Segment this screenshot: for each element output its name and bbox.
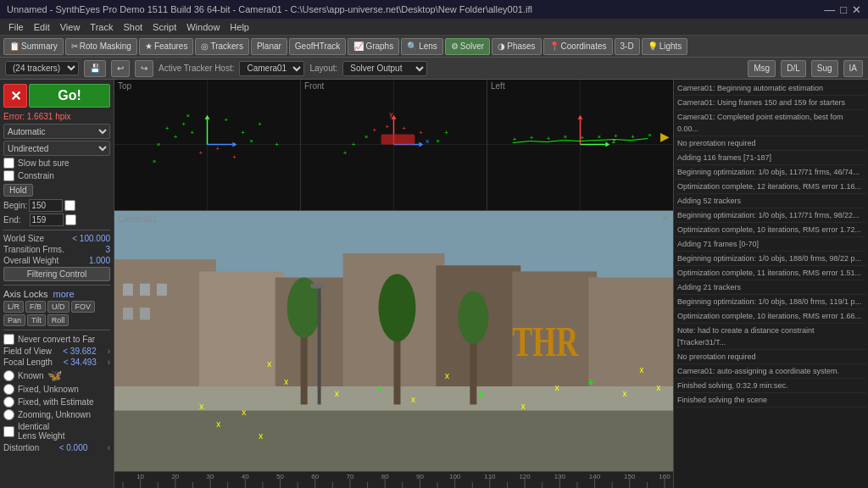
fixed-unknown-radio[interactable] bbox=[3, 384, 14, 395]
svg-text:×: × bbox=[444, 369, 449, 383]
svg-text:+: + bbox=[547, 135, 551, 142]
svg-text:×: × bbox=[639, 363, 644, 377]
svg-point-72 bbox=[379, 274, 416, 341]
menu-file[interactable]: File bbox=[3, 22, 29, 32]
distortion-label: Distortion bbox=[3, 443, 39, 452]
tab-geofhtrack[interactable]: GeofHTrack bbox=[289, 38, 347, 55]
tab-graphs[interactable]: 📈 Graphs bbox=[348, 38, 399, 55]
lr-button[interactable]: L/R bbox=[3, 301, 24, 313]
viewport-front-label: Front bbox=[304, 81, 324, 91]
svg-text:130: 130 bbox=[554, 473, 566, 480]
titlebar-controls: — □ ✕ bbox=[824, 3, 861, 16]
viewport-left-canvas: + + + × + × + + × z ▶ bbox=[487, 80, 673, 210]
svg-rect-76 bbox=[311, 284, 325, 289]
log-line-12: Beginning optimization: 1/0 objs, 188/0 … bbox=[676, 252, 866, 266]
viewport-left[interactable]: Left + + + × + × + bbox=[487, 80, 673, 210]
svg-text:×: × bbox=[199, 400, 204, 413]
tilt-button[interactable]: Tilt bbox=[27, 314, 46, 326]
msg-button[interactable]: Msg bbox=[748, 60, 776, 77]
tab-trackers[interactable]: ◎ Trackers bbox=[195, 38, 249, 55]
menu-script[interactable]: Script bbox=[147, 22, 181, 32]
menu-help[interactable]: Help bbox=[225, 22, 254, 32]
active-tracker-select[interactable]: Camera01 bbox=[239, 61, 304, 76]
menu-window[interactable]: Window bbox=[181, 22, 225, 32]
tab-features[interactable]: ★ Features bbox=[139, 38, 193, 55]
constrain-label: Constrain bbox=[18, 171, 54, 180]
ud-button[interactable]: U/D bbox=[47, 301, 70, 313]
menu-view[interactable]: View bbox=[55, 22, 86, 32]
hold-button[interactable]: Hold bbox=[3, 184, 33, 197]
begin-checkbox[interactable] bbox=[64, 200, 75, 211]
titlebar-left: Unnamed - SynthEyes Pro Demo 1511 Build … bbox=[7, 4, 532, 14]
menu-shot[interactable]: Shot bbox=[118, 22, 147, 32]
viewport-close-button[interactable]: ✕ bbox=[661, 213, 670, 225]
minimize-button[interactable]: — bbox=[824, 3, 835, 16]
tab-lights[interactable]: 💡 Lights bbox=[642, 38, 688, 55]
slow-but-sure-checkbox[interactable] bbox=[3, 158, 14, 169]
svg-text:×: × bbox=[364, 133, 369, 141]
svg-text:×: × bbox=[436, 137, 440, 145]
svg-text:×: × bbox=[267, 358, 272, 371]
zooming-unknown-radio[interactable] bbox=[3, 409, 14, 420]
undo-button[interactable]: ↩ bbox=[111, 60, 130, 77]
viewport-front[interactable]: Front + + + + × + × bbox=[301, 80, 487, 210]
fb-button[interactable]: F/B bbox=[25, 301, 46, 313]
tab-summary[interactable]: 📋 Summary bbox=[3, 38, 64, 55]
tab-3d[interactable]: 3-D bbox=[615, 38, 640, 55]
tab-roto-masking[interactable]: ✂ Roto Masking bbox=[65, 38, 137, 55]
fixed-estimate-radio[interactable] bbox=[3, 396, 14, 408]
tracker-count-select[interactable]: (24 trackers) bbox=[5, 61, 79, 75]
main-viewport[interactable]: THR × × × + × × + × × + × × × × × × × × bbox=[114, 211, 673, 471]
save-button[interactable]: 💾 bbox=[84, 60, 106, 77]
tab-coordinates[interactable]: 📍 Coordinates bbox=[543, 38, 613, 55]
svg-text:120: 120 bbox=[519, 473, 531, 480]
constrain-checkbox[interactable] bbox=[3, 170, 14, 181]
go-button[interactable]: Go! bbox=[29, 84, 110, 108]
close-button[interactable]: ✕ bbox=[852, 3, 861, 16]
svg-text:×: × bbox=[216, 418, 221, 431]
svg-text:40: 40 bbox=[242, 473, 249, 480]
roll-button[interactable]: Roll bbox=[47, 314, 70, 326]
menu-track[interactable]: Track bbox=[85, 22, 118, 32]
viewport-top[interactable]: Top + + + + + + × bbox=[114, 80, 301, 210]
log-line-13: Optimization complete, 11 iterations, RM… bbox=[676, 266, 866, 280]
ia-button[interactable]: IA bbox=[843, 60, 863, 77]
titlebar: Unnamed - SynthEyes Pro Demo 1511 Build … bbox=[0, 0, 868, 19]
known-radio[interactable] bbox=[3, 370, 14, 381]
tab-phases[interactable]: ◑ Phases bbox=[492, 38, 541, 55]
undirected-select[interactable]: Undirected bbox=[3, 141, 110, 156]
more-label[interactable]: more bbox=[53, 289, 75, 299]
menu-edit[interactable]: Edit bbox=[29, 22, 55, 32]
automatic-select[interactable]: Automatic bbox=[3, 124, 110, 139]
svg-text:80: 80 bbox=[381, 473, 389, 480]
fov-button[interactable]: FOV bbox=[71, 301, 96, 313]
x-button[interactable]: ✕ bbox=[3, 84, 27, 108]
identical-lens-checkbox[interactable] bbox=[3, 426, 14, 437]
tab-lens[interactable]: 🔍 Lens bbox=[401, 38, 443, 55]
svg-text:50: 50 bbox=[276, 473, 284, 480]
svg-text:+: + bbox=[419, 129, 423, 136]
end-input[interactable] bbox=[30, 214, 64, 226]
timeline: 102030405060708090100110120130140150160 bbox=[114, 471, 673, 488]
svg-text:×: × bbox=[564, 133, 568, 141]
pan-button[interactable]: Pan bbox=[3, 314, 25, 326]
tab-solver[interactable]: ⚙ Solver bbox=[445, 38, 490, 55]
end-label: End: bbox=[3, 215, 21, 225]
end-checkbox[interactable] bbox=[65, 214, 76, 225]
never-convert-checkbox[interactable] bbox=[3, 334, 14, 345]
sug-button[interactable]: Sug bbox=[811, 60, 838, 77]
overall-weight-value: 1.000 bbox=[89, 256, 110, 265]
filtering-control-button[interactable]: Filtering Control bbox=[3, 267, 110, 281]
axis-locks-label: Axis Locks bbox=[3, 289, 48, 299]
focal-length-label: Focal Length bbox=[3, 358, 53, 367]
toolbar1: 📋 Summary ✂ Roto Masking ★ Features ◎ Tr… bbox=[0, 36, 868, 58]
begin-input[interactable] bbox=[29, 199, 63, 212]
tab-planar[interactable]: Planar bbox=[251, 38, 287, 55]
redo-button[interactable]: ↪ bbox=[135, 60, 153, 77]
active-tracker-label: Active Tracker Host: bbox=[159, 64, 234, 73]
svg-rect-77 bbox=[123, 284, 133, 296]
timeline-ruler[interactable]: 102030405060708090100110120130140150160 bbox=[114, 472, 673, 489]
maximize-button[interactable]: □ bbox=[840, 3, 847, 16]
layout-select[interactable]: Solver Output bbox=[342, 61, 427, 76]
dl-button[interactable]: D/L bbox=[781, 60, 806, 77]
